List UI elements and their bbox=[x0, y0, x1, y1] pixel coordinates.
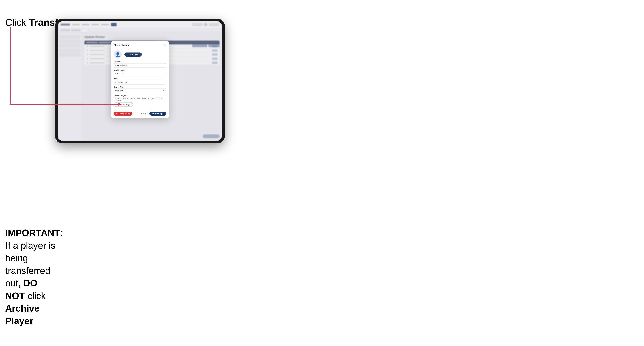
cancel-button[interactable]: Cancel bbox=[140, 112, 148, 116]
transfer-section-desc: If this player has moved to another scho… bbox=[114, 97, 166, 101]
avatar-row: 👤 Upload Photo bbox=[114, 50, 166, 59]
full-name-input[interactable] bbox=[114, 63, 166, 68]
important-label: IMPORTANT bbox=[5, 228, 60, 238]
archive-icon: ▼ bbox=[116, 113, 118, 115]
archive-player-button[interactable]: ▼ Archive Player bbox=[114, 112, 132, 116]
school-year-select[interactable]: First Year Second Year Third Year Fourth… bbox=[114, 88, 166, 93]
player-details-modal: Player Details × 👤 Upload Photo Full Nam… bbox=[111, 41, 169, 118]
archive-btn-label: Archive Player bbox=[118, 113, 130, 115]
transfer-player-button[interactable]: ↺ Transfer Player bbox=[114, 102, 133, 107]
tablet-screen: Update Roster bbox=[58, 21, 222, 141]
display-name-label: Display Name bbox=[114, 69, 166, 71]
modal-footer: ▼ Archive Player Cancel Save Changes bbox=[111, 110, 169, 118]
modal-body: 👤 Upload Photo Full Name Display Name Em… bbox=[111, 48, 169, 110]
full-name-label: Full Name bbox=[114, 61, 166, 63]
transfer-section-title: Transfer Player bbox=[114, 95, 166, 97]
modal-header: Player Details × bbox=[111, 41, 169, 48]
modal-title: Player Details bbox=[114, 43, 130, 46]
archive-player-label: Archive Player bbox=[5, 303, 39, 326]
upload-photo-button[interactable]: Upload Photo bbox=[124, 52, 142, 57]
school-year-label: School Year bbox=[114, 86, 166, 88]
person-icon: 👤 bbox=[115, 52, 120, 57]
instruction-bottom: IMPORTANT: If a player is being transfer… bbox=[5, 227, 59, 327]
save-changes-button[interactable]: Save Changes bbox=[150, 112, 166, 116]
bottom-text-2: click bbox=[25, 291, 46, 301]
email-input[interactable] bbox=[114, 80, 166, 85]
transfer-icon: ↺ bbox=[116, 104, 118, 106]
player-avatar: 👤 bbox=[114, 50, 122, 59]
instruction-prefix: Click bbox=[5, 17, 29, 28]
transfer-section: Transfer Player If this player has moved… bbox=[114, 95, 166, 107]
full-name-group: Full Name bbox=[114, 61, 166, 68]
email-group: Email bbox=[114, 78, 166, 85]
modal-close-button[interactable]: × bbox=[163, 43, 166, 46]
transfer-btn-label: Transfer Player bbox=[118, 104, 130, 105]
display-name-group: Display Name bbox=[114, 69, 166, 76]
display-name-input[interactable] bbox=[114, 72, 166, 76]
tablet-device: Update Roster bbox=[55, 19, 225, 143]
email-label: Email bbox=[114, 78, 166, 80]
school-year-group: School Year First Year Second Year Third… bbox=[114, 86, 166, 93]
